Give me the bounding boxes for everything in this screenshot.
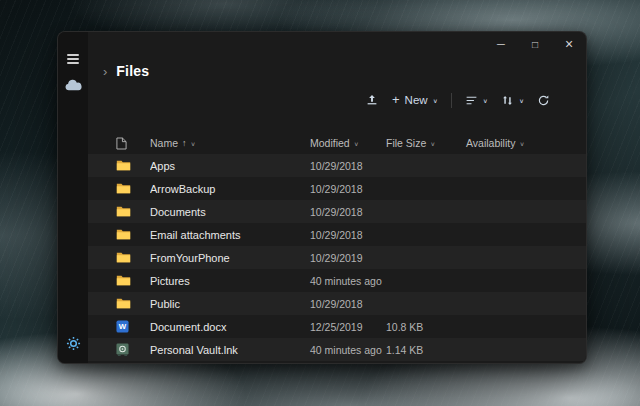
- folder-icon: [116, 251, 150, 264]
- chevron-right-icon: ›: [103, 65, 107, 78]
- upload-button[interactable]: [365, 93, 379, 107]
- folder-icon: [116, 182, 150, 195]
- table-row[interactable]: Pictures40 minutes ago: [88, 269, 586, 292]
- file-name: Email attachments: [150, 229, 310, 241]
- chevron-down-icon: ∨: [433, 97, 438, 103]
- chevron-down-icon: ∨: [519, 140, 524, 146]
- table-row[interactable]: Documents10/29/2018: [88, 200, 586, 223]
- spacer: [88, 114, 586, 132]
- file-modified: 12/25/2019: [310, 321, 386, 333]
- file-name: Personal Vault.lnk: [150, 344, 310, 356]
- hamburger-menu-icon[interactable]: [67, 54, 79, 64]
- onedrive-window: ─ □ × › Files + New ∨: [57, 31, 587, 364]
- file-name: Public: [150, 298, 310, 310]
- file-name: FromYourPhone: [150, 252, 310, 264]
- table-header: Name ↑ ∨ Modified ∨ File Size ∨ Availabi…: [88, 132, 586, 154]
- column-header-modified[interactable]: Modified ∨: [310, 137, 386, 149]
- table-row[interactable]: FromYourPhone10/29/2019: [88, 246, 586, 269]
- table-row[interactable]: Email attachments10/29/2018: [88, 223, 586, 246]
- file-modified: 10/29/2018: [310, 183, 386, 195]
- file-name: Apps: [150, 160, 310, 172]
- svg-text:W: W: [119, 322, 127, 331]
- sort-order-button[interactable]: ∨: [501, 94, 524, 107]
- word-doc-icon: W: [116, 320, 150, 333]
- file-modified: 10/29/2018: [310, 160, 386, 172]
- plus-icon: +: [392, 93, 400, 106]
- chevron-down-icon: ∨: [191, 140, 196, 146]
- titlebar: ─ □ ×: [88, 32, 586, 56]
- column-header-name[interactable]: Name ↑ ∨: [150, 137, 310, 149]
- chevron-down-icon: ∨: [354, 140, 359, 146]
- table-row[interactable]: ArrowBackup10/29/2018: [88, 177, 586, 200]
- close-button[interactable]: ×: [552, 32, 586, 56]
- file-name: ArrowBackup: [150, 183, 310, 195]
- file-type-column-icon[interactable]: [116, 137, 150, 150]
- file-rows: Apps10/29/2018 ArrowBackup10/29/2018 Doc…: [88, 154, 586, 363]
- chevron-down-icon: ∨: [430, 140, 435, 146]
- sidebar: [58, 32, 88, 363]
- breadcrumb: › Files: [88, 56, 586, 86]
- file-modified: 10/29/2018: [310, 206, 386, 218]
- refresh-icon: [537, 94, 550, 107]
- folder-icon: [116, 205, 150, 218]
- file-modified: 40 minutes ago: [310, 275, 386, 287]
- column-label: File Size: [386, 137, 426, 149]
- sort-lines-icon: [465, 94, 478, 107]
- chevron-down-icon: ∨: [483, 97, 488, 103]
- file-modified: 10/29/2018: [310, 229, 386, 241]
- table-row[interactable]: Personal Vault.lnk40 minutes ago1.14 KB: [88, 338, 586, 361]
- minimize-button[interactable]: ─: [484, 32, 518, 56]
- arrows-up-down-icon: [501, 94, 514, 107]
- folder-icon: [116, 228, 150, 241]
- column-header-availability[interactable]: Availability ∨: [466, 137, 586, 149]
- file-size: 1.14 KB: [386, 344, 466, 356]
- new-button-label: New: [405, 94, 428, 106]
- folder-icon: [116, 274, 150, 287]
- column-label: Name: [150, 137, 178, 149]
- toolbar-separator: [451, 93, 452, 108]
- page-title[interactable]: Files: [116, 63, 149, 79]
- table-row[interactable]: W Document.docx12/25/201910.8 KB: [88, 315, 586, 338]
- settings-gear-icon[interactable]: [66, 336, 81, 351]
- vault-icon: [116, 343, 150, 356]
- file-name: Pictures: [150, 275, 310, 287]
- file-modified: 10/29/2019: [310, 252, 386, 264]
- folder-icon: [116, 297, 150, 310]
- main-panel: ─ □ × › Files + New ∨: [88, 32, 586, 363]
- table-row[interactable]: Public10/29/2018: [88, 292, 586, 315]
- file-name: Documents: [150, 206, 310, 218]
- file-size: 10.8 KB: [386, 321, 466, 333]
- onedrive-cloud-icon[interactable]: [64, 79, 82, 91]
- table-row[interactable]: Apps10/29/2018: [88, 154, 586, 177]
- sort-button[interactable]: ∨: [465, 94, 488, 107]
- file-modified: 10/29/2018: [310, 298, 386, 310]
- file-name: Document.docx: [150, 321, 310, 333]
- new-button[interactable]: + New ∨: [392, 94, 438, 106]
- sort-ascending-icon: ↑: [182, 138, 187, 148]
- column-header-size[interactable]: File Size ∨: [386, 137, 466, 149]
- chevron-down-icon: ∨: [519, 97, 524, 103]
- file-modified: 40 minutes ago: [310, 344, 386, 356]
- upload-icon: [365, 93, 379, 107]
- column-label: Modified: [310, 137, 350, 149]
- folder-icon: [116, 159, 150, 172]
- column-label: Availability: [466, 137, 515, 149]
- refresh-button[interactable]: [537, 94, 550, 107]
- maximize-button[interactable]: □: [518, 32, 552, 56]
- toolbar: + New ∨ ∨ ∨: [88, 86, 586, 114]
